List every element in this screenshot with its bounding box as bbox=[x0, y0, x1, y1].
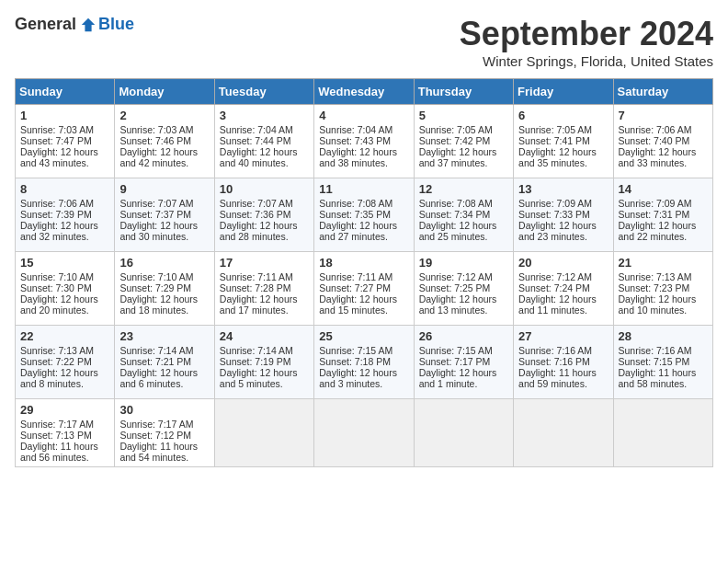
daylight-text: Daylight: 12 hours and 22 minutes. bbox=[619, 220, 697, 242]
day-number: 14 bbox=[619, 182, 708, 196]
calendar-cell: 4Sunrise: 7:04 AMSunset: 7:43 PMDaylight… bbox=[314, 105, 414, 178]
sunset-text: Sunset: 7:34 PM bbox=[419, 209, 491, 220]
daylight-text: Daylight: 12 hours and 3 minutes. bbox=[319, 367, 397, 389]
sunrise-text: Sunrise: 7:10 AM bbox=[20, 271, 94, 282]
calendar-cell: 8Sunrise: 7:06 AMSunset: 7:39 PMDaylight… bbox=[16, 178, 115, 252]
day-header-thursday: Thursday bbox=[414, 79, 513, 105]
sunset-text: Sunset: 7:18 PM bbox=[319, 356, 391, 367]
calendar-cell bbox=[613, 399, 712, 467]
calendar-cell: 16Sunrise: 7:10 AMSunset: 7:29 PMDayligh… bbox=[115, 252, 214, 326]
sunrise-text: Sunrise: 7:04 AM bbox=[319, 124, 392, 135]
daylight-text: Daylight: 12 hours and 23 minutes. bbox=[518, 220, 597, 242]
sunset-text: Sunset: 7:13 PM bbox=[20, 430, 92, 441]
sunrise-text: Sunrise: 7:08 AM bbox=[319, 198, 392, 209]
calendar-cell: 7Sunrise: 7:06 AMSunset: 7:40 PMDaylight… bbox=[613, 105, 712, 178]
calendar-cell: 29Sunrise: 7:17 AMSunset: 7:13 PMDayligh… bbox=[16, 399, 115, 467]
day-number: 4 bbox=[319, 109, 408, 122]
daylight-text: Daylight: 12 hours and 43 minutes. bbox=[20, 146, 98, 168]
sunset-text: Sunset: 7:19 PM bbox=[220, 356, 291, 367]
day-number: 15 bbox=[20, 256, 109, 270]
day-number: 12 bbox=[419, 182, 508, 196]
sunset-text: Sunset: 7:40 PM bbox=[619, 135, 690, 146]
calendar-cell: 27Sunrise: 7:16 AMSunset: 7:16 PMDayligh… bbox=[514, 326, 613, 399]
calendar-cell bbox=[414, 399, 513, 467]
calendar-week-row: 8Sunrise: 7:06 AMSunset: 7:39 PMDaylight… bbox=[16, 178, 713, 252]
logo-blue-text: Blue bbox=[98, 15, 134, 34]
daylight-text: Daylight: 12 hours and 11 minutes. bbox=[518, 293, 597, 316]
daylight-text: Daylight: 12 hours and 10 minutes. bbox=[619, 293, 697, 316]
sunrise-text: Sunrise: 7:11 AM bbox=[319, 271, 392, 282]
sunrise-text: Sunrise: 7:16 AM bbox=[518, 345, 592, 356]
daylight-text: Daylight: 12 hours and 27 minutes. bbox=[319, 220, 397, 242]
sunrise-text: Sunrise: 7:07 AM bbox=[220, 198, 293, 209]
sunset-text: Sunset: 7:30 PM bbox=[20, 282, 92, 293]
day-number: 8 bbox=[20, 182, 109, 196]
calendar-cell: 24Sunrise: 7:14 AMSunset: 7:19 PMDayligh… bbox=[214, 326, 313, 399]
day-number: 20 bbox=[518, 256, 608, 270]
calendar-cell: 1Sunrise: 7:03 AMSunset: 7:47 PMDaylight… bbox=[16, 105, 115, 178]
sunset-text: Sunset: 7:43 PM bbox=[319, 135, 391, 146]
daylight-text: Daylight: 12 hours and 32 minutes. bbox=[20, 220, 98, 242]
sunset-text: Sunset: 7:42 PM bbox=[419, 135, 491, 146]
sunset-text: Sunset: 7:44 PM bbox=[220, 135, 291, 146]
daylight-text: Daylight: 12 hours and 5 minutes. bbox=[220, 367, 298, 389]
day-number: 1 bbox=[20, 109, 109, 122]
calendar-cell: 21Sunrise: 7:13 AMSunset: 7:23 PMDayligh… bbox=[613, 252, 712, 326]
daylight-text: Daylight: 12 hours and 35 minutes. bbox=[518, 146, 597, 168]
calendar-cell: 14Sunrise: 7:09 AMSunset: 7:31 PMDayligh… bbox=[613, 178, 712, 252]
calendar-cell: 25Sunrise: 7:15 AMSunset: 7:18 PMDayligh… bbox=[314, 326, 414, 399]
day-number: 5 bbox=[419, 109, 508, 122]
day-number: 30 bbox=[119, 403, 209, 417]
sunrise-text: Sunrise: 7:04 AM bbox=[220, 124, 293, 135]
calendar-cell: 19Sunrise: 7:12 AMSunset: 7:25 PMDayligh… bbox=[414, 252, 513, 326]
calendar-cell: 30Sunrise: 7:17 AMSunset: 7:12 PMDayligh… bbox=[115, 399, 214, 467]
location-text: Winter Springs, Florida, United States bbox=[460, 53, 713, 69]
day-number: 13 bbox=[518, 182, 608, 196]
day-number: 22 bbox=[20, 329, 109, 343]
sunrise-text: Sunrise: 7:15 AM bbox=[319, 345, 392, 356]
calendar-week-row: 1Sunrise: 7:03 AMSunset: 7:47 PMDaylight… bbox=[16, 105, 713, 178]
daylight-text: Daylight: 12 hours and 33 minutes. bbox=[619, 146, 697, 168]
sunrise-text: Sunrise: 7:16 AM bbox=[619, 345, 692, 356]
sunrise-text: Sunrise: 7:09 AM bbox=[518, 198, 592, 209]
day-number: 6 bbox=[518, 109, 608, 122]
calendar-cell: 26Sunrise: 7:15 AMSunset: 7:17 PMDayligh… bbox=[414, 326, 513, 399]
sunrise-text: Sunrise: 7:03 AM bbox=[119, 124, 193, 135]
daylight-text: Daylight: 12 hours and 40 minutes. bbox=[220, 146, 298, 168]
sunset-text: Sunset: 7:47 PM bbox=[20, 135, 92, 146]
sunset-text: Sunset: 7:36 PM bbox=[220, 209, 291, 220]
sunrise-text: Sunrise: 7:06 AM bbox=[20, 198, 94, 209]
daylight-text: Daylight: 11 hours and 59 minutes. bbox=[518, 367, 597, 389]
calendar-cell: 3Sunrise: 7:04 AMSunset: 7:44 PMDaylight… bbox=[214, 105, 313, 178]
sunrise-text: Sunrise: 7:14 AM bbox=[220, 345, 293, 356]
daylight-text: Daylight: 12 hours and 30 minutes. bbox=[119, 220, 198, 242]
calendar-cell: 11Sunrise: 7:08 AMSunset: 7:35 PMDayligh… bbox=[314, 178, 414, 252]
day-header-sunday: Sunday bbox=[16, 79, 115, 105]
logo-general-text: General bbox=[15, 15, 76, 34]
day-number: 21 bbox=[619, 256, 708, 270]
daylight-text: Daylight: 12 hours and 38 minutes. bbox=[319, 146, 397, 168]
calendar-cell: 5Sunrise: 7:05 AMSunset: 7:42 PMDaylight… bbox=[414, 105, 513, 178]
daylight-text: Daylight: 12 hours and 13 minutes. bbox=[419, 293, 497, 316]
calendar-table: SundayMondayTuesdayWednesdayThursdayFrid… bbox=[15, 78, 713, 467]
sunrise-text: Sunrise: 7:07 AM bbox=[119, 198, 193, 209]
daylight-text: Daylight: 12 hours and 42 minutes. bbox=[119, 146, 198, 168]
sunset-text: Sunset: 7:46 PM bbox=[119, 135, 191, 146]
day-number: 29 bbox=[20, 403, 109, 417]
page-header: General Blue September 2024 Winter Sprin… bbox=[15, 15, 713, 69]
sunset-text: Sunset: 7:28 PM bbox=[220, 282, 291, 293]
calendar-week-row: 15Sunrise: 7:10 AMSunset: 7:30 PMDayligh… bbox=[16, 252, 713, 326]
day-number: 24 bbox=[220, 329, 309, 343]
daylight-text: Daylight: 12 hours and 28 minutes. bbox=[220, 220, 298, 242]
calendar-cell: 15Sunrise: 7:10 AMSunset: 7:30 PMDayligh… bbox=[16, 252, 115, 326]
sunset-text: Sunset: 7:29 PM bbox=[119, 282, 191, 293]
calendar-cell bbox=[214, 399, 313, 467]
sunset-text: Sunset: 7:31 PM bbox=[619, 209, 690, 220]
day-number: 27 bbox=[518, 329, 608, 343]
daylight-text: Daylight: 12 hours and 8 minutes. bbox=[20, 367, 98, 389]
calendar-cell: 20Sunrise: 7:12 AMSunset: 7:24 PMDayligh… bbox=[514, 252, 613, 326]
sunset-text: Sunset: 7:23 PM bbox=[619, 282, 690, 293]
day-header-friday: Friday bbox=[514, 79, 613, 105]
sunrise-text: Sunrise: 7:17 AM bbox=[20, 419, 94, 430]
daylight-text: Daylight: 11 hours and 56 minutes. bbox=[20, 441, 98, 463]
